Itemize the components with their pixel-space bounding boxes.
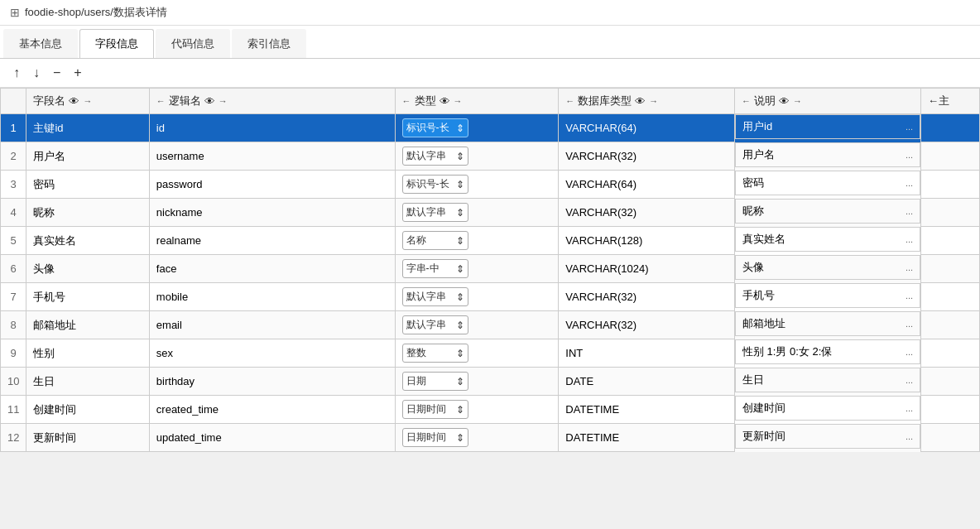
desc-label: 说明 (754, 94, 776, 108)
type-select-10[interactable]: 日期时间⇕ (402, 400, 468, 419)
type-select-7[interactable]: 默认字串⇕ (402, 315, 468, 334)
dbtype-label: 数据库类型 (578, 94, 632, 108)
cell-pk-11 (921, 424, 980, 452)
cell-desc-6: 手机号... (735, 283, 920, 308)
add-button[interactable]: + (70, 64, 84, 82)
desc-ellipsis-1[interactable]: ... (906, 150, 913, 160)
col-pk: ←主 (921, 89, 980, 114)
desc-ellipsis-8[interactable]: ... (906, 347, 913, 357)
cell-dbtype-3: VARCHAR(32) (559, 199, 735, 227)
type-select-9[interactable]: 日期⇕ (402, 372, 468, 391)
tab-code[interactable]: 代码信息 (156, 29, 230, 58)
cell-type-6[interactable]: 默认字串⇕ (395, 283, 559, 311)
row-num-7: 8 (1, 311, 26, 339)
tab-field[interactable]: 字段信息 (79, 29, 154, 58)
tab-basic[interactable]: 基本信息 (3, 29, 78, 58)
type-select-5[interactable]: 字串-中⇕ (402, 259, 468, 278)
desc-ellipsis-10[interactable]: ... (906, 403, 913, 413)
desc-ellipsis-11[interactable]: ... (906, 431, 913, 441)
row-num-2: 3 (1, 171, 26, 199)
desc-ellipsis-6[interactable]: ... (906, 291, 913, 301)
arrow-right-logicname: → (219, 96, 228, 106)
cell-type-0[interactable]: 标识号-长⇕ (395, 114, 559, 142)
eye-icon-type[interactable]: 👁 (440, 95, 450, 108)
row-num-3: 4 (1, 199, 26, 227)
type-select-2[interactable]: 标识号-长⇕ (402, 175, 468, 194)
row-num-0: 1 (1, 114, 26, 142)
row-num-6: 7 (1, 283, 26, 311)
cell-dbtype-10: DATETIME (559, 396, 735, 424)
cell-pk-1 (921, 142, 980, 171)
cell-type-8[interactable]: 整数⇕ (395, 339, 559, 368)
type-select-1[interactable]: 默认字串⇕ (402, 147, 468, 166)
cell-type-9[interactable]: 日期⇕ (395, 368, 559, 396)
desc-ellipsis-9[interactable]: ... (906, 375, 913, 385)
cell-type-10[interactable]: 日期时间⇕ (395, 396, 559, 424)
row-num-9: 10 (1, 368, 26, 396)
fieldname-label: 字段名 (33, 94, 65, 108)
row-num-4: 5 (1, 227, 26, 255)
desc-ellipsis-0[interactable]: ... (906, 122, 913, 132)
table-row[interactable]: 11创建时间created_time日期时间⇕DATETIME创建时间... (1, 396, 980, 424)
type-select-6[interactable]: 默认字串⇕ (402, 287, 468, 306)
table-row[interactable]: 4昵称nickname默认字串⇕VARCHAR(32)昵称... (1, 199, 980, 227)
table-row[interactable]: 1主键idid标识号-长⇕VARCHAR(64)用户id... (1, 114, 980, 142)
cell-type-3[interactable]: 默认字串⇕ (395, 199, 559, 227)
eye-icon-dbtype[interactable]: 👁 (635, 95, 646, 108)
cell-type-11[interactable]: 日期时间⇕ (395, 424, 559, 452)
table-row[interactable]: 3密码password标识号-长⇕VARCHAR(64)密码... (1, 171, 980, 199)
cell-desc-9: 生日... (735, 368, 920, 392)
cell-type-7[interactable]: 默认字串⇕ (395, 311, 559, 339)
cell-dbtype-1: VARCHAR(32) (559, 142, 735, 171)
cell-dbtype-6: VARCHAR(32) (559, 283, 735, 311)
cell-desc-2: 密码... (735, 171, 920, 195)
tab-index[interactable]: 索引信息 (232, 29, 306, 58)
arrow-left-logicname: ← (156, 96, 166, 106)
table-wrapper: 字段名 👁 → ← 逻辑名 👁 → ← 类型 (0, 88, 980, 452)
move-down-button[interactable]: ↓ (30, 64, 43, 82)
table-row[interactable]: 9性别sex整数⇕INT性别 1:男 0:女 2:保... (1, 339, 980, 368)
cell-pk-3 (921, 199, 980, 227)
cell-desc-4: 真实姓名... (735, 227, 920, 252)
desc-ellipsis-2[interactable]: ... (906, 178, 913, 188)
cell-pk-7 (921, 311, 980, 339)
type-select-11[interactable]: 日期时间⇕ (402, 428, 468, 447)
cell-type-2[interactable]: 标识号-长⇕ (395, 171, 559, 199)
table-row[interactable]: 8邮箱地址email默认字串⇕VARCHAR(32)邮箱地址... (1, 311, 980, 339)
eye-icon-logicname[interactable]: 👁 (204, 95, 215, 108)
type-select-4[interactable]: 名称⇕ (402, 231, 468, 250)
col-type: ← 类型 👁 → (395, 89, 559, 114)
table-row[interactable]: 2用户名username默认字串⇕VARCHAR(32)用户名... (1, 142, 980, 171)
eye-icon-fieldname[interactable]: 👁 (69, 95, 79, 108)
table-row[interactable]: 10生日birthday日期⇕DATE生日... (1, 368, 980, 396)
type-select-8[interactable]: 整数⇕ (402, 344, 468, 363)
move-up-button[interactable]: ↑ (10, 64, 23, 82)
type-select-0[interactable]: 标识号-长⇕ (402, 118, 468, 137)
desc-ellipsis-4[interactable]: ... (906, 234, 913, 244)
col-dbtype: ← 数据库类型 👁 → (559, 89, 735, 114)
cell-type-4[interactable]: 名称⇕ (395, 227, 559, 255)
remove-button[interactable]: − (50, 64, 64, 82)
cell-logicname-11: updated_time (149, 424, 395, 452)
cell-fieldname-10: 创建时间 (26, 396, 149, 424)
table-row[interactable]: 6头像face字串-中⇕VARCHAR(1024)头像... (1, 255, 980, 283)
type-select-3[interactable]: 默认字串⇕ (402, 203, 468, 222)
tab-bar: 基本信息字段信息代码信息索引信息 (0, 26, 980, 59)
desc-ellipsis-3[interactable]: ... (906, 206, 913, 216)
desc-ellipsis-5[interactable]: ... (906, 262, 913, 272)
cell-pk-4 (921, 227, 980, 255)
desc-ellipsis-7[interactable]: ... (906, 319, 913, 329)
cell-fieldname-11: 更新时间 (26, 424, 149, 452)
eye-icon-desc[interactable]: 👁 (779, 95, 790, 108)
col-fieldname: 字段名 👁 → (26, 89, 149, 114)
table-row[interactable]: 5真实姓名realname名称⇕VARCHAR(128)真实姓名... (1, 227, 980, 255)
table-header: 字段名 👁 → ← 逻辑名 👁 → ← 类型 (1, 89, 980, 114)
title-bar: ⊞ foodie-shop/users/数据表详情 (0, 0, 980, 26)
table-row[interactable]: 7手机号mobile默认字串⇕VARCHAR(32)手机号... (1, 283, 980, 311)
cell-logicname-10: created_time (149, 396, 395, 424)
type-label: 类型 (415, 94, 436, 108)
cell-desc-1: 用户名... (735, 142, 920, 167)
cell-type-1[interactable]: 默认字串⇕ (395, 142, 559, 171)
table-row[interactable]: 12更新时间updated_time日期时间⇕DATETIME更新时间... (1, 424, 980, 452)
cell-type-5[interactable]: 字串-中⇕ (395, 255, 559, 283)
